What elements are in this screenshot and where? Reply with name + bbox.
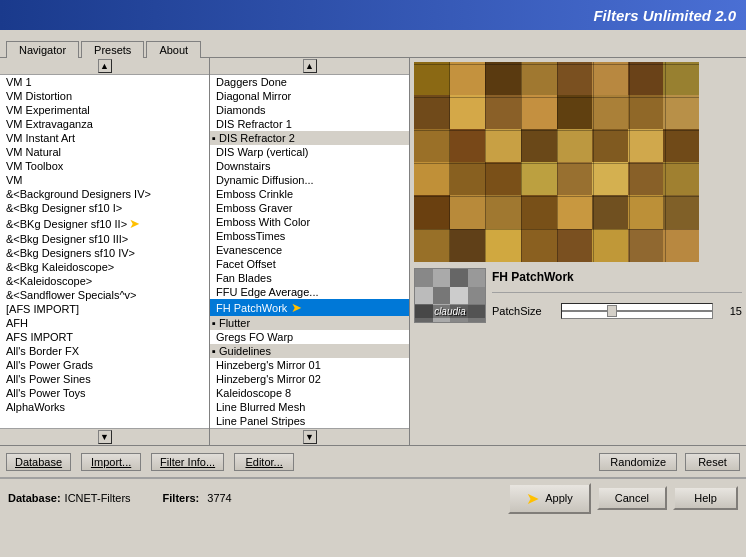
filters-value: 3774 <box>207 492 231 504</box>
list-item-separator: ▪ DIS Refractor 2 <box>210 131 409 145</box>
slider-label: PatchSize <box>492 305 557 317</box>
arrow-icon: ➤ <box>291 300 302 315</box>
list-item[interactable]: Line Blurred Mesh <box>210 400 409 414</box>
list-item[interactable]: Diagonal Mirror <box>210 89 409 103</box>
list-item[interactable]: All's Power Sines <box>0 372 209 386</box>
list-item-separator: ▪ Flutter <box>210 316 409 330</box>
list-item[interactable]: Gregs FO Warp <box>210 330 409 344</box>
randomize-button[interactable]: Randomize <box>599 453 677 471</box>
list-item[interactable]: All's Border FX <box>0 344 209 358</box>
patchsize-slider[interactable] <box>561 303 713 319</box>
left-list[interactable]: VM 1 VM Distortion VM Experimental VM Ex… <box>0 75 209 428</box>
list-item[interactable]: [AFS IMPORT] <box>0 302 209 316</box>
list-item[interactable]: &<Background Designers IV> <box>0 187 209 201</box>
list-item[interactable]: All's Power Toys <box>0 386 209 400</box>
reset-button[interactable]: Reset <box>685 453 740 471</box>
list-item[interactable]: &<Kaleidoscope> <box>0 274 209 288</box>
list-item[interactable]: &<Bkg Designer sf10 I> <box>0 201 209 215</box>
toolbar-right: Randomize Reset <box>599 453 740 471</box>
arrow-icon: ➤ <box>129 216 140 231</box>
title-bar: Filters Unlimited 2.0 <box>0 0 746 30</box>
list-item[interactable]: Fan Blades <box>210 271 409 285</box>
preview-thumb-label: claudia <box>415 305 485 318</box>
list-item[interactable]: FFU Edge Average... <box>210 285 409 299</box>
mid-scroll-up[interactable]: ▲ <box>303 59 317 73</box>
list-item[interactable]: Daggers Done <box>210 75 409 89</box>
status-bar: Database: ICNET-Filters Filters: 3774 <box>8 492 232 504</box>
mid-list[interactable]: Daggers Done Diagonal Mirror Diamonds DI… <box>210 75 409 428</box>
list-item[interactable]: All's Power Grads <box>0 358 209 372</box>
apply-label: Apply <box>545 492 573 504</box>
database-button[interactable]: Database <box>6 453 71 471</box>
list-item[interactable]: VM Extravaganza <box>0 117 209 131</box>
list-item[interactable]: AlphaWorks <box>0 400 209 414</box>
tab-navigator[interactable]: Navigator <box>6 41 79 58</box>
list-item[interactable]: Hinzeberg's Mirror 02 <box>210 372 409 386</box>
list-item[interactable]: Dynamic Diffusion... <box>210 173 409 187</box>
left-scroll-up[interactable]: ▲ <box>98 59 112 73</box>
filter-info-panel: FH PatchWork PatchSize 15 <box>492 268 742 319</box>
database-label: Database: <box>8 492 61 504</box>
list-item[interactable]: &<BKg Designer sf10 II>➤ <box>0 215 209 232</box>
filter-name: FH PatchWork <box>492 268 742 286</box>
list-item[interactable]: Evanescence <box>210 243 409 257</box>
list-item[interactable]: Emboss Crinkle <box>210 187 409 201</box>
mid-scroll-down[interactable]: ▼ <box>303 430 317 444</box>
list-item[interactable]: &<Bkg Designers sf10 IV> <box>0 246 209 260</box>
apply-arrow-icon: ➤ <box>526 489 539 508</box>
preview-image <box>414 62 699 262</box>
list-item[interactable]: VM Natural <box>0 145 209 159</box>
list-item[interactable]: VM Instant Art <box>0 131 209 145</box>
list-item[interactable]: AFS IMPORT <box>0 330 209 344</box>
list-item[interactable]: VM <box>0 173 209 187</box>
list-item[interactable]: Line Panel Stripes <box>210 414 409 428</box>
apply-button[interactable]: ➤ Apply <box>508 483 591 514</box>
database-value: ICNET-Filters <box>65 492 131 504</box>
list-item[interactable]: EmbossTimes <box>210 229 409 243</box>
slider-value: 15 <box>717 305 742 317</box>
list-item[interactable]: DIS Warp (vertical) <box>210 145 409 159</box>
list-item[interactable]: &<Bkg Kaleidoscope> <box>0 260 209 274</box>
list-item[interactable]: Diamonds <box>210 103 409 117</box>
panels-row: ▲ VM 1 VM Distortion VM Experimental VM … <box>0 58 746 445</box>
filter-slider-row: PatchSize 15 <box>492 303 742 319</box>
list-item[interactable]: Emboss Graver <box>210 201 409 215</box>
preview-thumb: claudia <box>414 268 486 323</box>
filters-label: Filters: <box>163 492 200 504</box>
preview-panel: claudia FH PatchWork PatchSize 15 <box>410 58 746 445</box>
list-item[interactable]: Emboss With Color <box>210 215 409 229</box>
import-button[interactable]: Import... <box>81 453 141 471</box>
left-scroll-down[interactable]: ▼ <box>98 430 112 444</box>
list-item[interactable]: VM Toolbox <box>0 159 209 173</box>
list-item[interactable]: Downstairs <box>210 159 409 173</box>
help-button[interactable]: Help <box>673 486 738 510</box>
list-item[interactable]: DIS Refractor 1 <box>210 117 409 131</box>
app-title: Filters Unlimited 2.0 <box>593 7 736 24</box>
list-item[interactable]: Facet Offset <box>210 257 409 271</box>
editor-button[interactable]: Editor... <box>234 453 294 471</box>
list-item[interactable]: AFH <box>0 316 209 330</box>
left-panel: ▲ VM 1 VM Distortion VM Experimental VM … <box>0 58 210 445</box>
list-item[interactable]: VM Experimental <box>0 103 209 117</box>
list-item[interactable]: &<Bkg Designer sf10 III> <box>0 232 209 246</box>
list-item-selected[interactable]: FH PatchWork ➤ <box>210 299 409 316</box>
filter-info-button[interactable]: Filter Info... <box>151 453 224 471</box>
list-item[interactable]: VM 1 <box>0 75 209 89</box>
cancel-button[interactable]: Cancel <box>597 486 667 510</box>
bottom-toolbar: Database Import... Filter Info... Editor… <box>0 445 746 477</box>
list-item[interactable]: &<Sandflower Specials^v> <box>0 288 209 302</box>
list-item-separator: ▪ Guidelines <box>210 344 409 358</box>
preview-bottom: claudia FH PatchWork PatchSize 15 <box>414 268 742 323</box>
list-item[interactable]: Hinzeberg's Mirror 01 <box>210 358 409 372</box>
tab-about[interactable]: About <box>146 41 201 58</box>
list-item[interactable]: Kaleidoscope 8 <box>210 386 409 400</box>
mid-panel: ▲ Daggers Done Diagonal Mirror Diamonds … <box>210 58 410 445</box>
tab-bar: Navigator Presets About <box>0 30 746 58</box>
list-item[interactable]: VM Distortion <box>0 89 209 103</box>
tab-presets[interactable]: Presets <box>81 41 144 58</box>
